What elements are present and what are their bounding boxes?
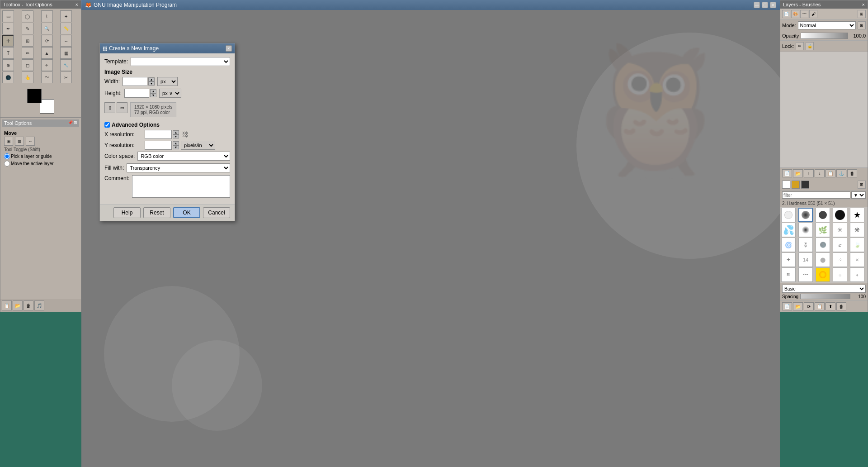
- width-input[interactable]: 1920: [123, 77, 147, 86]
- x-resolution-input[interactable]: 72.000: [145, 130, 172, 139]
- layers-close-btn[interactable]: ×: [862, 2, 865, 7]
- tool-paint-bucket[interactable]: ▲: [41, 47, 53, 59]
- brush-item-7[interactable]: [798, 223, 813, 237]
- y-res-decrement[interactable]: ▼: [173, 145, 179, 149]
- brush-item-10[interactable]: ❋: [850, 223, 864, 237]
- tool-rect-select[interactable]: ▭: [2, 10, 14, 22]
- tool-dodge-burn[interactable]: 🌑: [2, 71, 14, 83]
- pick-layer-radio[interactable]: Pick a layer or guide: [4, 153, 77, 159]
- anchor-layer-btn[interactable]: ⚓: [836, 169, 846, 177]
- brushes-filter-input[interactable]: [782, 191, 850, 199]
- brush-item-17[interactable]: 14: [798, 253, 813, 267]
- brush-refresh-btn[interactable]: ⟳: [804, 302, 814, 310]
- lock-position-btn[interactable]: 🔒: [806, 42, 814, 50]
- landscape-icon[interactable]: ▭: [117, 102, 127, 113]
- delete-layer-btn[interactable]: 🗑: [847, 169, 857, 177]
- brush-item-20[interactable]: ✕: [850, 253, 864, 267]
- fill-with-select[interactable]: Transparency White Background Color Fore…: [127, 163, 230, 172]
- y-res-increment[interactable]: ▲: [173, 141, 179, 145]
- height-input[interactable]: 1080: [124, 89, 149, 98]
- tool-airbrush[interactable]: ✈: [41, 59, 53, 71]
- brush-item-23[interactable]: [816, 267, 830, 282]
- width-increment-btn[interactable]: ▲: [148, 77, 155, 81]
- move-active-radio[interactable]: Move the active layer: [4, 161, 77, 167]
- move-icon-2[interactable]: ▦: [15, 137, 24, 146]
- opacity-slider[interactable]: [801, 33, 848, 39]
- portrait-icon[interactable]: ▯: [104, 102, 115, 113]
- brush-item-21[interactable]: ≋: [781, 267, 796, 282]
- close-btn[interactable]: ×: [770, 2, 776, 8]
- tool-text[interactable]: T: [2, 47, 14, 59]
- lock-pixels-btn[interactable]: ✏: [796, 42, 804, 50]
- brush-delete-btn[interactable]: 🗑: [836, 302, 846, 310]
- brush-color-dark[interactable]: [801, 181, 809, 189]
- height-decrement-btn[interactable]: ▼: [150, 93, 156, 97]
- width-unit-select[interactable]: px in mm: [157, 77, 178, 86]
- brush-item-8[interactable]: 🌿: [816, 223, 830, 237]
- brush-item-1[interactable]: [781, 208, 796, 222]
- height-increment-btn[interactable]: ▲: [150, 89, 156, 93]
- tool-free-select[interactable]: ⌇: [41, 10, 53, 22]
- comment-textarea[interactable]: [132, 175, 230, 198]
- tool-fuzzy-select[interactable]: ✦: [60, 10, 72, 22]
- tool-smudge[interactable]: 👆: [22, 71, 33, 83]
- tool-gradient[interactable]: ▦: [60, 47, 72, 59]
- brush-item-6[interactable]: 💦: [781, 223, 796, 237]
- foreground-color-swatch[interactable]: [27, 89, 42, 103]
- tool-heal[interactable]: ✂: [60, 71, 72, 83]
- brush-item-4[interactable]: [833, 208, 847, 222]
- brushes-basic-select[interactable]: Basic: [782, 285, 866, 293]
- duplicate-layer-btn[interactable]: 📋: [826, 169, 835, 177]
- minimize-btn[interactable]: —: [754, 2, 760, 8]
- layers-tab-icon-brushes[interactable]: 🖌: [809, 10, 817, 18]
- brush-item-25[interactable]: ♦: [850, 267, 864, 282]
- dialog-close-btn[interactable]: ×: [226, 45, 232, 52]
- brushes-expand-btn[interactable]: ⊞: [858, 181, 866, 189]
- brush-item-13[interactable]: 🌑: [816, 238, 830, 252]
- brush-item-5[interactable]: ★: [850, 208, 864, 222]
- spacing-slider[interactable]: [800, 294, 850, 299]
- tool-clone[interactable]: ⊕: [2, 59, 14, 71]
- y-resolution-input[interactable]: 72.000: [145, 141, 172, 150]
- tool-pencil[interactable]: ✏: [22, 47, 33, 59]
- tool-align[interactable]: ⊞: [22, 35, 33, 47]
- height-unit-select[interactable]: px ∨: [159, 89, 181, 98]
- mode-select[interactable]: Normal: [798, 21, 856, 29]
- layers-tab-icon-paths[interactable]: 〰: [800, 10, 808, 18]
- tool-move[interactable]: ✛: [2, 35, 14, 47]
- brush-item-16[interactable]: ✦: [781, 253, 796, 267]
- background-color-swatch[interactable]: [40, 99, 54, 114]
- brush-item-22[interactable]: 〜: [798, 267, 813, 282]
- brushes-filter-dropdown[interactable]: ▼: [851, 191, 866, 199]
- move-layer-down-btn[interactable]: ↓: [815, 169, 825, 177]
- tool-convolve[interactable]: 〜: [41, 71, 53, 83]
- tool-paths[interactable]: ✒: [2, 23, 14, 34]
- tool-ellipse-select[interactable]: ◯: [22, 10, 33, 22]
- open-file-btn[interactable]: 📂: [13, 300, 23, 310]
- brush-item-9[interactable]: ✳: [833, 223, 847, 237]
- move-icon-1[interactable]: ▣: [4, 137, 13, 146]
- tool-transform[interactable]: ↔: [60, 35, 72, 47]
- x-res-decrement[interactable]: ▼: [173, 134, 179, 138]
- tool-options-expand[interactable]: ⊞: [74, 120, 77, 126]
- tool-ink[interactable]: 🔧: [60, 59, 72, 71]
- layers-expand-btn[interactable]: ⊞: [858, 10, 866, 18]
- tool-eraser[interactable]: ◻: [22, 59, 33, 71]
- brush-item-2[interactable]: [798, 208, 813, 222]
- advanced-options-checkbox[interactable]: [104, 122, 110, 128]
- reset-button[interactable]: Reset: [143, 207, 170, 218]
- brush-item-11[interactable]: 🌀: [781, 238, 796, 252]
- brush-open-btn[interactable]: 📂: [793, 302, 803, 310]
- new-group-btn[interactable]: 📂: [793, 169, 803, 177]
- brush-item-24[interactable]: ☼: [833, 267, 847, 282]
- width-decrement-btn[interactable]: ▼: [148, 81, 155, 86]
- brush-color-white[interactable]: [782, 181, 790, 189]
- brush-item-15[interactable]: 🍃: [850, 238, 864, 252]
- tool-color-picker[interactable]: ✎: [22, 23, 33, 34]
- brush-export-btn[interactable]: ⬆: [826, 302, 835, 310]
- ok-button[interactable]: OK: [173, 207, 200, 218]
- toolbox-close-btn[interactable]: ×: [75, 2, 78, 7]
- maximize-btn[interactable]: □: [762, 2, 768, 8]
- cancel-button[interactable]: Cancel: [203, 207, 230, 218]
- tool-options-pin[interactable]: 📌: [68, 120, 73, 126]
